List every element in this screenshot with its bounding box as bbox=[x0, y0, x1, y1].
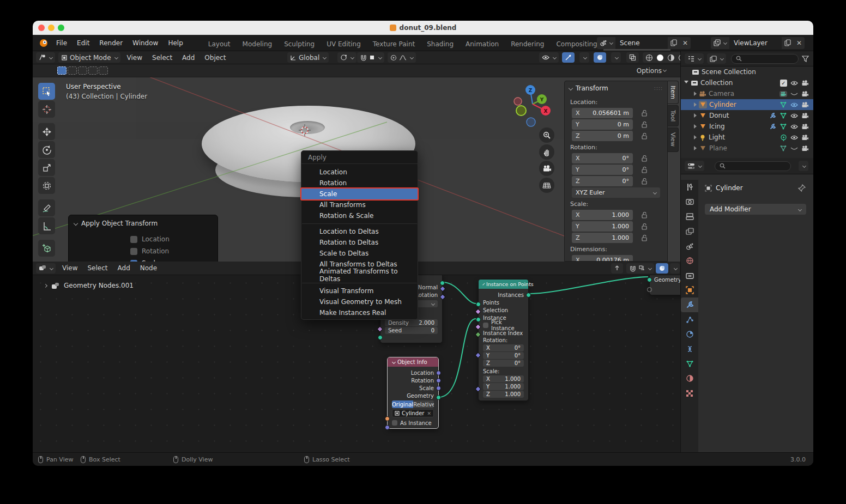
instance-input-socket[interactable] bbox=[476, 317, 481, 322]
xray-toggle[interactable] bbox=[626, 52, 639, 63]
gizmo-minus-y-axis[interactable] bbox=[516, 106, 526, 116]
maximize-button[interactable] bbox=[58, 25, 64, 31]
object-name[interactable]: Icing bbox=[709, 123, 767, 130]
lock-icon[interactable] bbox=[641, 178, 648, 185]
select-mode-box-icon[interactable] bbox=[68, 66, 77, 75]
menu-item-all-transforms[interactable]: All Transforms bbox=[301, 199, 418, 210]
select-mode-paint-icon[interactable] bbox=[99, 66, 108, 75]
tab-particles[interactable] bbox=[681, 312, 698, 327]
scale-y-field[interactable]: Y1.000 bbox=[572, 221, 633, 232]
disable-render-camera-icon[interactable] bbox=[801, 124, 809, 130]
remove-viewlayer-button[interactable]: ✕ bbox=[794, 37, 805, 49]
hide-eye-icon[interactable] bbox=[790, 113, 798, 119]
menu-item-rotation[interactable]: Rotation bbox=[301, 178, 418, 189]
transform-orientation-dropdown[interactable]: Global bbox=[287, 52, 329, 63]
minimize-button[interactable] bbox=[48, 25, 55, 31]
scale-x-field[interactable]: X1.000 bbox=[572, 210, 633, 220]
hide-eye-closed-icon[interactable] bbox=[790, 91, 798, 97]
options-button[interactable]: Options bbox=[637, 67, 666, 75]
geometry-output-socket[interactable] bbox=[436, 395, 441, 400]
gizmo-minus-x-axis[interactable] bbox=[514, 98, 522, 105]
panel-drag-dots[interactable]: :::: bbox=[654, 86, 663, 91]
instances-output-socket[interactable] bbox=[526, 293, 531, 297]
geometry-input-socket[interactable] bbox=[647, 277, 652, 282]
workspace-tab-compositing[interactable]: Compositing bbox=[550, 38, 603, 51]
menu-item-animated-transforms-to-deltas[interactable]: Animated Transforms to Deltas bbox=[301, 270, 418, 281]
tool-move-button[interactable] bbox=[38, 123, 55, 140]
wireframe-shading-icon[interactable] bbox=[645, 54, 653, 62]
option-rotation[interactable]: Rotation bbox=[130, 247, 169, 256]
lock-icon[interactable] bbox=[641, 110, 648, 117]
outliner-row-light[interactable]: Light bbox=[681, 132, 813, 143]
workspace-tab-layout[interactable]: Layout bbox=[202, 38, 237, 51]
lock-icon[interactable] bbox=[641, 121, 648, 128]
outliner-row-cylinder[interactable]: Cylinder bbox=[681, 99, 813, 110]
viewport-menu-select[interactable]: Select bbox=[147, 54, 177, 62]
expand-icon[interactable] bbox=[694, 92, 697, 96]
lock-icon[interactable] bbox=[641, 155, 648, 162]
location-z-field[interactable]: Z0 m bbox=[572, 131, 633, 141]
menu-item-location-to-deltas[interactable]: Location to Deltas bbox=[301, 226, 418, 237]
sidebar-tab-item[interactable]: Item bbox=[668, 81, 679, 104]
viewport-menu-add[interactable]: Add bbox=[177, 54, 200, 62]
object-name[interactable]: Plane bbox=[709, 144, 777, 152]
add-modifier-dropdown[interactable]: Add Modifier bbox=[705, 204, 806, 215]
hide-eye-icon[interactable] bbox=[790, 80, 798, 86]
hide-eye-closed-icon[interactable] bbox=[790, 145, 798, 151]
seed-field[interactable]: Seed0 bbox=[385, 327, 438, 334]
tab-scene[interactable] bbox=[681, 239, 698, 253]
workspace-tab-shading[interactable]: Shading bbox=[421, 38, 460, 51]
object-info-node[interactable]: Object Info Location Rotation Scale Geom… bbox=[387, 357, 439, 429]
scene-browse-button[interactable] bbox=[597, 37, 615, 49]
new-viewlayer-button[interactable] bbox=[782, 37, 794, 49]
menu-item-rotation-to-deltas[interactable]: Rotation to Deltas bbox=[301, 237, 418, 248]
expand-icon[interactable] bbox=[694, 102, 697, 107]
checkbox-icon[interactable] bbox=[483, 323, 488, 328]
tool-add-primitive-button[interactable] bbox=[38, 240, 55, 257]
lock-icon[interactable] bbox=[641, 211, 648, 218]
funnel-filter-icon[interactable] bbox=[802, 56, 809, 62]
tool-scale-button[interactable] bbox=[38, 159, 55, 176]
tool-transform-button[interactable] bbox=[38, 177, 55, 194]
tool-annotate-button[interactable] bbox=[38, 199, 55, 216]
rotation-x-field[interactable]: X0° bbox=[483, 344, 524, 351]
tab-view-layer[interactable] bbox=[681, 224, 698, 239]
tab-object[interactable] bbox=[681, 283, 698, 297]
go-to-parent-button[interactable] bbox=[611, 263, 623, 274]
density-field[interactable]: Density2.000 bbox=[385, 319, 438, 326]
scale-x-field[interactable]: X1.000 bbox=[483, 375, 524, 382]
disable-render-camera-icon[interactable] bbox=[801, 135, 809, 141]
hide-eye-icon[interactable] bbox=[790, 124, 798, 130]
menu-help[interactable]: Help bbox=[163, 35, 188, 51]
pivot-dropdown[interactable] bbox=[337, 52, 356, 63]
disable-render-camera-icon[interactable] bbox=[801, 91, 809, 97]
node-overlays-toggle[interactable] bbox=[656, 263, 668, 274]
solid-shading-icon[interactable] bbox=[656, 54, 664, 62]
tab-tool[interactable] bbox=[681, 180, 698, 195]
tab-output[interactable] bbox=[681, 209, 698, 224]
properties-search[interactable] bbox=[715, 161, 791, 171]
hide-eye-icon[interactable] bbox=[790, 102, 798, 108]
node-tree-name[interactable]: Geometry Nodes.001 bbox=[64, 282, 134, 289]
tab-object-data[interactable] bbox=[681, 356, 698, 371]
node-menu-add[interactable]: Add bbox=[113, 264, 135, 272]
gizmos-toggle[interactable] bbox=[562, 52, 575, 63]
rotation-x-field[interactable]: X0° bbox=[572, 153, 633, 163]
editor-type-button[interactable] bbox=[36, 263, 56, 274]
node-menu-node[interactable]: Node bbox=[135, 264, 162, 272]
points-output-socket[interactable] bbox=[440, 281, 445, 286]
mode-dropdown[interactable]: Object Mode bbox=[58, 52, 120, 63]
menu-render[interactable]: Render bbox=[94, 35, 128, 51]
menu-item-make-instances-real[interactable]: Make Instances Real bbox=[301, 307, 418, 318]
outliner-row-icing[interactable]: Icing bbox=[681, 121, 813, 132]
menu-window[interactable]: Window bbox=[128, 35, 163, 51]
outliner-row-plane[interactable]: Plane bbox=[681, 143, 813, 154]
overlays-toggle[interactable] bbox=[594, 52, 606, 63]
navigation-gizmo[interactable]: Z Y X bbox=[512, 85, 553, 129]
select-mode-circle-icon[interactable] bbox=[78, 66, 87, 75]
tab-modifiers[interactable] bbox=[681, 297, 698, 312]
outliner-row-donut[interactable]: Donut bbox=[681, 110, 813, 121]
rotation-z-field[interactable]: Z0° bbox=[572, 176, 633, 186]
original-button[interactable]: Original bbox=[392, 400, 413, 408]
select-mode-lasso-icon[interactable] bbox=[88, 66, 98, 75]
